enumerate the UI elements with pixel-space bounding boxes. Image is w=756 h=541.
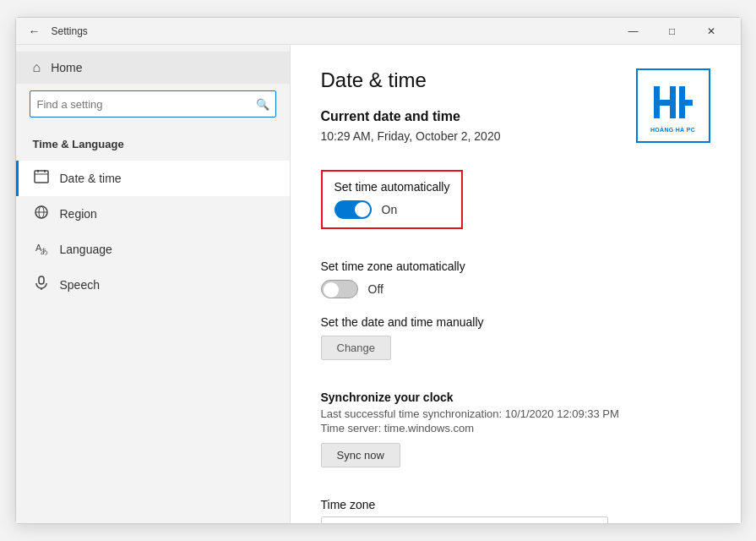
sidebar-item-region-label: Region [60, 207, 97, 221]
svg-rect-9 [39, 276, 44, 284]
current-date-label: Current date and time [321, 109, 501, 124]
logo-brand: HOÀNG HÀ PC [650, 127, 695, 133]
title-area: Date & time Current date and time 10:29 … [321, 68, 501, 163]
content-area: ⌂ Home 🔍 Time & Language Date & time [16, 45, 741, 523]
set-timezone-auto-toggle[interactable] [321, 280, 358, 298]
back-button[interactable]: ← [26, 23, 43, 40]
set-time-auto-section: Set time automatically On [321, 170, 710, 243]
top-row: Date & time Current date and time 10:29 … [321, 68, 710, 163]
set-time-auto-toggle-label: On [382, 203, 398, 216]
logo-svg [650, 79, 696, 125]
page-title: Date & time [321, 68, 501, 92]
titlebar: ← Settings — □ ✕ [16, 18, 741, 45]
section-label: Time & Language [16, 131, 290, 161]
sidebar-item-datetime[interactable]: Date & time [16, 161, 290, 196]
set-time-auto-box: Set time automatically On [321, 170, 464, 229]
sidebar-item-datetime-label: Date & time [60, 172, 122, 185]
titlebar-controls: — □ ✕ [614, 18, 731, 45]
set-time-auto-toggle-row: On [334, 200, 450, 219]
home-label: Home [51, 61, 82, 74]
home-icon: ⌂ [33, 60, 41, 75]
set-timezone-auto-toggle-row: Off [321, 280, 710, 298]
sidebar-item-language[interactable]: A あ Language [16, 232, 290, 267]
search-box: 🔍 [30, 90, 276, 117]
search-input[interactable] [30, 90, 276, 117]
sync-info-line1: Last successful time synchronization: 10… [321, 407, 710, 420]
set-time-auto-toggle[interactable] [334, 200, 372, 219]
speech-icon [33, 276, 50, 294]
sidebar-item-speech[interactable]: Speech [16, 267, 290, 303]
set-timezone-auto-section: Set time zone automatically Off [321, 260, 710, 298]
logo-box: HOÀNG HÀ PC [636, 68, 710, 143]
sync-now-button[interactable]: Sync now [321, 443, 400, 467]
change-button: Change [321, 336, 392, 360]
settings-window: ← Settings — □ ✕ ⌂ Home 🔍 Time & Languag… [15, 17, 742, 524]
close-button[interactable]: ✕ [692, 18, 731, 45]
region-icon [33, 205, 50, 223]
svg-text:あ: あ [41, 247, 48, 255]
sync-info-line2: Time server: time.windows.com [321, 422, 710, 434]
toggle-knob [355, 202, 370, 217]
current-date-value: 10:29 AM, Friday, October 2, 2020 [321, 129, 501, 143]
toggle-knob-tz [324, 282, 339, 298]
minimize-button[interactable]: — [614, 18, 653, 45]
sidebar-item-speech-label: Speech [60, 278, 100, 292]
set-timezone-auto-toggle-label: Off [368, 282, 383, 296]
set-manual-section: Set the date and time manually Change [321, 315, 710, 374]
timezone-select[interactable]: (UTC+07:00) Bangkok, Hanoi, Jakarta ▾ [321, 516, 608, 523]
set-timezone-auto-label: Set time zone automatically [321, 260, 710, 273]
sync-clock-label: Synchronize your clock [321, 391, 710, 404]
svg-rect-13 [654, 100, 676, 106]
set-manual-label: Set the date and time manually [321, 315, 710, 329]
timezone-section: Time zone (UTC+07:00) Bangkok, Hanoi, Ja… [321, 498, 710, 523]
search-icon: 🔍 [256, 98, 269, 111]
timezone-label: Time zone [321, 498, 710, 511]
set-time-auto-label: Set time automatically [334, 180, 450, 194]
sidebar: ⌂ Home 🔍 Time & Language Date & time [16, 45, 291, 523]
sync-clock-section: Synchronize your clock Last successful t… [321, 391, 710, 481]
sidebar-item-language-label: Language [60, 243, 112, 256]
sidebar-home-item[interactable]: ⌂ Home [16, 52, 290, 84]
svg-rect-0 [35, 171, 48, 183]
maximize-button[interactable]: □ [653, 18, 692, 45]
svg-rect-15 [679, 100, 693, 106]
titlebar-title: Settings [52, 25, 614, 37]
main-content: Date & time Current date and time 10:29 … [291, 45, 741, 523]
sidebar-item-region[interactable]: Region [16, 196, 290, 232]
datetime-icon [33, 169, 50, 188]
language-icon: A あ [33, 240, 50, 259]
